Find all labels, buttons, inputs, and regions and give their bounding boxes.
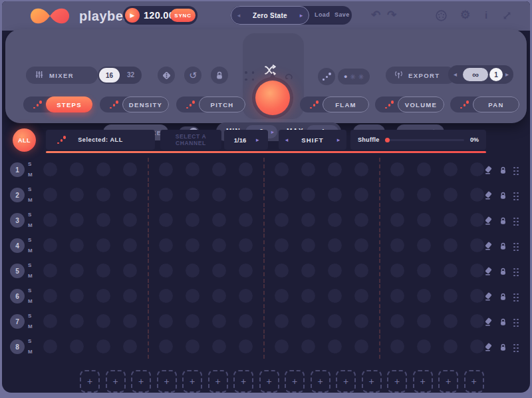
lock-row-icon[interactable] xyxy=(499,342,507,354)
rate-next-icon[interactable]: ▸ xyxy=(256,136,268,143)
step-cell[interactable] xyxy=(212,264,226,278)
step-cell[interactable] xyxy=(186,213,200,227)
step-cell[interactable] xyxy=(70,162,84,176)
step-cell[interactable] xyxy=(390,339,404,353)
step-cell[interactable] xyxy=(470,188,484,202)
step-cell[interactable] xyxy=(470,264,484,278)
step-cell[interactable] xyxy=(70,238,84,252)
sync-button[interactable]: SYNC xyxy=(170,9,196,22)
step-cell[interactable] xyxy=(43,289,57,303)
step-cell[interactable] xyxy=(123,289,137,303)
step-cell[interactable] xyxy=(444,238,458,252)
step-cell[interactable] xyxy=(43,339,57,353)
add-sample-slot[interactable]: + xyxy=(259,370,279,393)
settings-gear-icon[interactable]: ⚙ xyxy=(460,9,470,22)
add-sample-slot[interactable]: + xyxy=(182,370,202,393)
preset-next-icon[interactable]: ▸ xyxy=(294,12,309,19)
step-cell[interactable] xyxy=(212,289,226,303)
add-sample-slot[interactable]: + xyxy=(157,370,177,393)
step-cell[interactable] xyxy=(239,188,253,202)
four-dots-icon[interactable] xyxy=(245,71,255,81)
freeze-mode-toggle[interactable]: ● ✳ ✳ xyxy=(338,69,370,85)
step-cell[interactable] xyxy=(301,213,315,227)
step-cell[interactable] xyxy=(239,213,253,227)
step-cell[interactable] xyxy=(96,314,110,328)
mute-button[interactable]: M xyxy=(28,246,33,256)
step-cell[interactable] xyxy=(470,213,484,227)
step-cell[interactable] xyxy=(275,162,289,176)
step-cell[interactable] xyxy=(186,162,200,176)
step-cell[interactable] xyxy=(301,289,315,303)
step-cell[interactable] xyxy=(159,188,173,202)
step-cell[interactable] xyxy=(470,339,484,353)
step-cell[interactable] xyxy=(239,314,253,328)
drag-handle-icon[interactable] xyxy=(513,218,519,226)
step-cell[interactable] xyxy=(159,238,173,252)
mute-button[interactable]: M xyxy=(28,272,33,281)
step-cell[interactable] xyxy=(444,188,458,202)
step-cell[interactable] xyxy=(354,339,368,353)
step-cell[interactable] xyxy=(212,339,226,353)
step-cell[interactable] xyxy=(70,339,84,353)
step-cell[interactable] xyxy=(186,339,200,353)
add-sample-slot[interactable]: + xyxy=(131,370,151,393)
step-cell[interactable] xyxy=(275,238,289,252)
step-cell[interactable] xyxy=(390,264,404,278)
step-cell[interactable] xyxy=(390,162,404,176)
step-cell[interactable] xyxy=(275,188,289,202)
pattern-number[interactable]: 1 xyxy=(489,68,503,81)
step-cell[interactable] xyxy=(390,289,404,303)
step-cell[interactable] xyxy=(159,339,173,353)
step-cell[interactable] xyxy=(470,289,484,303)
erase-row-icon[interactable] xyxy=(483,190,493,202)
pitch-tab-label[interactable]: PITCH xyxy=(199,97,245,112)
mute-button[interactable]: M xyxy=(28,221,33,230)
step-cell[interactable] xyxy=(96,188,110,202)
info-icon[interactable]: i xyxy=(485,9,487,22)
drag-handle-icon[interactable] xyxy=(513,167,519,176)
step-cell[interactable] xyxy=(70,289,84,303)
step-cell[interactable] xyxy=(70,213,84,227)
step-cell[interactable] xyxy=(390,188,404,202)
step-cell[interactable] xyxy=(239,162,253,176)
step-cell[interactable] xyxy=(444,289,458,303)
resize-icon[interactable] xyxy=(502,11,512,21)
step-cell[interactable] xyxy=(417,213,431,227)
step-cell[interactable] xyxy=(96,238,110,252)
export-button[interactable]: EXPORT xyxy=(386,67,456,84)
select-all-button[interactable]: ALL xyxy=(13,128,36,152)
step-cell[interactable] xyxy=(328,314,342,328)
random-amount-button[interactable] xyxy=(318,68,335,85)
step-cell[interactable] xyxy=(444,314,458,328)
step-cell[interactable] xyxy=(328,238,342,252)
solo-button[interactable]: S xyxy=(28,210,33,220)
step-cell[interactable] xyxy=(159,213,173,227)
step-cell[interactable] xyxy=(96,213,110,227)
erase-row-icon[interactable] xyxy=(483,292,493,303)
step-cell[interactable] xyxy=(43,162,57,176)
rotate-undo-button[interactable]: ↺ xyxy=(184,67,201,84)
add-sample-slot[interactable]: + xyxy=(285,370,305,393)
flam-tab-label[interactable]: FLAM xyxy=(323,97,369,112)
add-sample-slot[interactable]: + xyxy=(362,370,382,393)
tab-density[interactable]: DENSITY xyxy=(100,97,169,112)
step-cell[interactable] xyxy=(123,339,137,353)
step-cell[interactable] xyxy=(417,162,431,176)
step-cell[interactable] xyxy=(354,314,368,328)
step-cell[interactable] xyxy=(275,314,289,328)
step-cell[interactable] xyxy=(186,314,200,328)
channel-number-button[interactable]: 6 xyxy=(10,289,25,303)
solo-button[interactable]: S xyxy=(28,261,33,270)
step-cell[interactable] xyxy=(444,213,458,227)
step-cell[interactable] xyxy=(70,264,84,278)
step-cell[interactable] xyxy=(328,264,342,278)
add-sample-slot[interactable]: + xyxy=(438,370,458,393)
lock-row-icon[interactable] xyxy=(499,190,507,202)
mute-button[interactable]: M xyxy=(28,297,33,306)
add-sample-slot[interactable]: + xyxy=(106,370,126,393)
step-cell[interactable] xyxy=(470,314,484,328)
erase-row-icon[interactable] xyxy=(483,317,493,329)
volume-tab-label[interactable]: VOLUME xyxy=(398,97,444,112)
step-cell[interactable] xyxy=(328,188,342,202)
preset-prev-icon[interactable]: ◂ xyxy=(231,12,246,19)
